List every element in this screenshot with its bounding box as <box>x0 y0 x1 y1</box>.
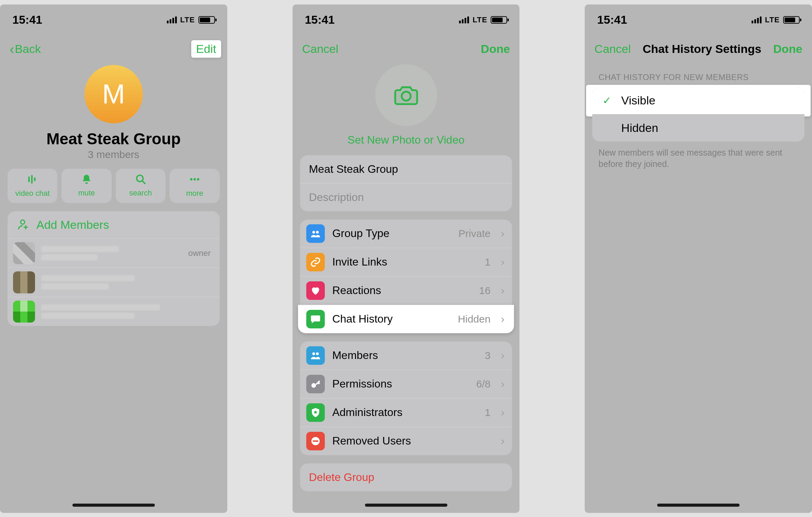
search-icon <box>135 174 146 187</box>
owner-tag: owner <box>188 248 210 258</box>
group-name-label: Meat Steak Group <box>0 130 227 148</box>
members-icon <box>306 346 325 365</box>
bell-icon <box>81 174 92 187</box>
group-avatar[interactable]: M <box>84 65 143 123</box>
option-visible[interactable]: ✓ Visible <box>592 87 804 114</box>
svg-point-3 <box>137 175 143 182</box>
page-title: Chat History Settings <box>643 42 762 56</box>
network-label: LTE <box>472 15 487 24</box>
svg-rect-0 <box>28 177 30 182</box>
description-placeholder: Description <box>309 191 364 203</box>
status-time: 15:41 <box>597 13 627 26</box>
mute-button[interactable]: mute <box>61 169 111 203</box>
shield-star-icon <box>306 403 325 422</box>
add-members-button[interactable]: Add Members <box>8 211 220 238</box>
screen-edit-group: 15:41 LTE Cancel Done Set New Photo or V… <box>293 4 520 513</box>
invite-links-label: Invite Links <box>332 256 477 268</box>
status-indicators: LTE <box>459 15 507 24</box>
reactions-row[interactable]: Reactions 16 › <box>300 276 512 305</box>
edit-button[interactable]: Edit <box>191 40 221 58</box>
section-footer: New members will see messages that were … <box>585 142 812 176</box>
group-type-row[interactable]: Group Type Private › <box>300 220 512 248</box>
action-buttons-row: video chat mute search more <box>0 169 227 203</box>
status-bar: 15:41 LTE <box>0 4 227 35</box>
member-row[interactable] <box>8 297 220 326</box>
delete-group-button[interactable]: Delete Group <box>300 463 512 491</box>
member-avatar <box>13 271 35 293</box>
administrators-row[interactable]: Administrators 1 › <box>300 398 512 427</box>
svg-point-13 <box>316 231 319 234</box>
key-icon <box>306 375 325 393</box>
option-visible-label: Visible <box>621 94 655 107</box>
member-row[interactable] <box>8 268 220 297</box>
removed-users-label: Removed Users <box>332 435 493 447</box>
more-button[interactable]: more <box>170 169 219 203</box>
screen-chat-history-settings: 15:41 LTE Cancel Chat History Settings D… <box>585 4 812 513</box>
cancel-button[interactable]: Cancel <box>594 42 631 56</box>
section-header: CHAT HISTORY FOR NEW MEMBERS <box>585 63 812 87</box>
status-indicators: LTE <box>752 15 800 24</box>
done-label: Done <box>481 42 510 56</box>
home-indicator[interactable] <box>72 504 155 507</box>
more-label: more <box>186 189 203 198</box>
svg-rect-18 <box>313 440 318 442</box>
set-photo-button[interactable]: Set New Photo or Video <box>293 134 520 146</box>
svg-rect-1 <box>31 175 32 184</box>
battery-icon <box>198 16 215 24</box>
status-indicators: LTE <box>167 15 215 24</box>
chat-history-label: Chat History <box>332 313 450 325</box>
svg-point-5 <box>190 178 193 181</box>
done-button[interactable]: Done <box>773 42 802 56</box>
done-button[interactable]: Done <box>481 42 510 56</box>
ellipsis-icon <box>189 173 201 187</box>
chat-history-value: Hidden <box>458 313 491 325</box>
cancel-button[interactable]: Cancel <box>302 42 339 56</box>
permissions-label: Permissions <box>332 378 469 390</box>
network-label: LTE <box>180 15 195 24</box>
home-indicator[interactable] <box>657 504 740 507</box>
network-label: LTE <box>765 15 780 24</box>
group-settings-card: Group Type Private › Invite Links 1 › Re… <box>300 220 512 333</box>
name-description-card: Meat Steak Group Description <box>300 155 512 211</box>
group-name-value: Meat Steak Group <box>309 163 398 175</box>
removed-users-row[interactable]: Removed Users › <box>300 427 512 455</box>
member-row[interactable]: owner <box>8 238 220 268</box>
svg-point-14 <box>312 352 315 355</box>
members-row[interactable]: Members 3 › <box>300 341 512 370</box>
video-chat-button[interactable]: video chat <box>8 169 57 203</box>
mute-label: mute <box>78 189 95 198</box>
option-hidden[interactable]: Hidden <box>592 114 804 142</box>
back-button[interactable]: ‹ Back <box>10 42 41 56</box>
chevron-right-icon: › <box>501 284 505 297</box>
checkmark-icon: ✓ <box>601 94 612 106</box>
invite-links-value: 1 <box>485 256 491 268</box>
chat-history-row[interactable]: Chat History Hidden › <box>298 305 514 333</box>
member-name-redacted <box>41 246 182 260</box>
description-input[interactable]: Description <box>300 183 512 211</box>
nav-bar: Cancel Chat History Settings Done <box>585 35 812 63</box>
svg-point-16 <box>311 383 316 387</box>
member-avatar <box>13 301 35 323</box>
screen-group-info: 15:41 LTE ‹ Back Edit M Meat Steak Group… <box>0 4 227 513</box>
administrators-value: 1 <box>485 407 491 418</box>
search-button[interactable]: search <box>116 169 165 203</box>
cellular-signal-icon <box>167 16 177 23</box>
svg-point-8 <box>21 220 25 224</box>
cellular-signal-icon <box>459 16 469 23</box>
permissions-row[interactable]: Permissions 6/8 › <box>300 370 512 398</box>
invite-links-row[interactable]: Invite Links 1 › <box>300 248 512 276</box>
search-label: search <box>129 189 152 198</box>
set-photo-circle[interactable] <box>375 64 437 126</box>
back-label: Back <box>15 42 41 56</box>
member-avatar <box>13 242 35 264</box>
group-name-input[interactable]: Meat Steak Group <box>300 155 512 183</box>
member-count-label: 3 members <box>0 149 227 160</box>
people-icon <box>306 224 325 243</box>
heart-icon <box>306 281 325 300</box>
link-icon <box>306 253 325 271</box>
members-settings-card: Members 3 › Permissions 6/8 › Administra… <box>300 341 512 455</box>
status-bar: 15:41 LTE <box>585 4 812 35</box>
home-indicator[interactable] <box>365 504 447 507</box>
done-label: Done <box>773 42 802 56</box>
nav-bar: ‹ Back Edit <box>0 35 227 63</box>
